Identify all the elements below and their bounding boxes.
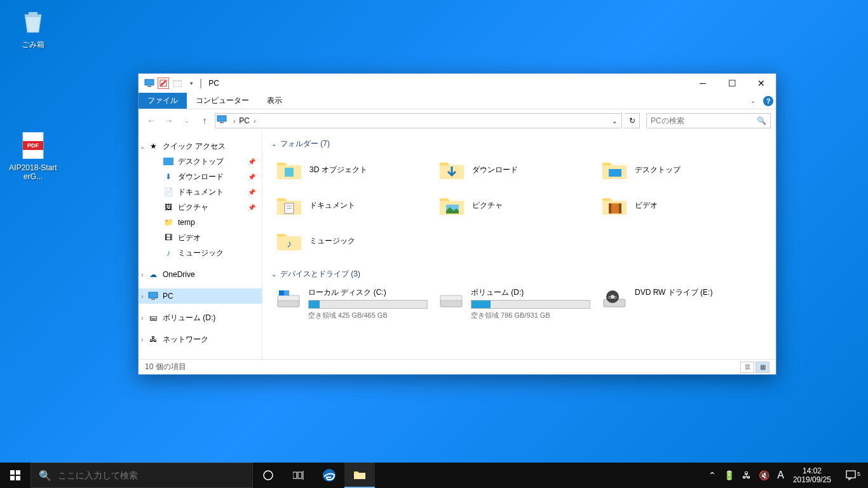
- maximize-button[interactable]: ☐: [717, 74, 747, 93]
- folder-documents[interactable]: ドキュメント: [271, 190, 430, 220]
- status-text: 10 個の項目: [145, 362, 186, 372]
- forward-button[interactable]: →: [161, 113, 177, 128]
- back-button[interactable]: ←: [144, 113, 159, 128]
- folder-downloads[interactable]: ダウンロード: [434, 154, 593, 185]
- folder-icon: [274, 157, 304, 182]
- drive-e[interactable]: DVD DVD RW ドライブ (E:): [597, 285, 756, 323]
- ribbon-expand-button[interactable]: ⌄: [745, 93, 761, 109]
- nav-videos[interactable]: 🎞ビデオ: [139, 230, 262, 245]
- breadcrumb-pc[interactable]: PC: [236, 116, 252, 125]
- folder-pictures[interactable]: ピクチャ: [434, 190, 593, 220]
- svg-rect-34: [16, 470, 20, 475]
- close-button[interactable]: ✕: [747, 74, 776, 93]
- svg-rect-5: [147, 86, 151, 87]
- start-button[interactable]: [0, 463, 31, 488]
- breadcrumb-arrow[interactable]: ›: [252, 118, 257, 125]
- folder-music[interactable]: ♪ミュージック: [271, 226, 430, 256]
- address-dropdown[interactable]: ⌄: [609, 118, 620, 125]
- svg-rect-36: [16, 476, 20, 480]
- nav-documents[interactable]: 📄ドキュメント📌: [139, 184, 262, 200]
- nav-onedrive[interactable]: ›☁OneDrive: [139, 267, 262, 282]
- nav-label: OneDrive: [163, 270, 195, 279]
- nav-temp[interactable]: 📁temp: [139, 215, 262, 230]
- group-label: フォルダー (7): [280, 139, 330, 149]
- view-icons-button[interactable]: ▦: [756, 362, 770, 373]
- tab-view[interactable]: 表示: [258, 93, 291, 109]
- desktop-icon: [163, 156, 174, 167]
- qat-dropdown-icon[interactable]: ▾: [186, 78, 197, 89]
- volume-icon[interactable]: 🔇: [755, 470, 773, 480]
- nav-downloads[interactable]: ⬇ダウンロード📌: [139, 169, 262, 184]
- taskbar: 🔍 ⌃ 🔋 🖧 🔇 A 14:02 2019/09/25 5: [0, 463, 868, 488]
- recent-locations-button[interactable]: ⌄: [179, 113, 194, 128]
- folder-videos[interactable]: ビデオ: [597, 190, 756, 220]
- qat-newfolder-icon[interactable]: [172, 78, 183, 89]
- folder-icon: [274, 193, 304, 218]
- drive-name: ローカル ディスク (C:): [308, 287, 428, 298]
- desktop-icon-recycle-bin[interactable]: ごみ箱: [9, 6, 57, 50]
- minimize-button[interactable]: ─: [688, 74, 717, 93]
- taskbar-search-input[interactable]: [58, 470, 245, 480]
- action-center-button[interactable]: 5: [836, 470, 865, 481]
- desktop-icon-label: AIP2018-StarterG...: [9, 163, 57, 181]
- folder-desktop[interactable]: デスクトップ: [597, 154, 756, 185]
- svg-rect-10: [163, 158, 173, 165]
- search-input[interactable]: [651, 116, 757, 125]
- tray-overflow-button[interactable]: ⌃: [705, 470, 720, 480]
- navigation-bar: ← → ⌄ ↑ › PC › ⌄ ↻ 🔍: [139, 109, 776, 132]
- cortana-button[interactable]: [253, 463, 283, 488]
- status-bar: 10 個の項目 ☰ ▦: [139, 359, 776, 374]
- nav-network[interactable]: ›🖧ネットワーク: [139, 332, 262, 347]
- svg-rect-24: [278, 295, 299, 301]
- desktop-icon-pdf[interactable]: PDF AIP2018-StarterG...: [9, 130, 57, 181]
- breadcrumb-root-arrow[interactable]: ›: [232, 118, 236, 125]
- nav-label: ドキュメント: [178, 187, 224, 198]
- up-button[interactable]: ↑: [197, 113, 212, 128]
- tab-file[interactable]: ファイル: [139, 93, 187, 109]
- task-view-button[interactable]: [283, 463, 314, 488]
- tab-computer[interactable]: コンピューター: [187, 93, 258, 109]
- group-folders[interactable]: ⌄フォルダー (7): [271, 139, 767, 149]
- nav-pc[interactable]: ›PC: [139, 288, 262, 304]
- folder-label: ドキュメント: [309, 200, 355, 211]
- nav-music[interactable]: ♪ミュージック: [139, 245, 262, 261]
- svg-rect-25: [279, 290, 284, 295]
- folder-icon: [437, 157, 467, 182]
- taskbar-search[interactable]: 🔍: [31, 463, 253, 488]
- refresh-button[interactable]: ↻: [625, 113, 640, 128]
- dvd-icon: DVD: [599, 287, 630, 313]
- battery-icon[interactable]: 🔋: [720, 470, 738, 480]
- ime-button[interactable]: A: [773, 470, 788, 481]
- nav-desktop[interactable]: デスクトップ📌: [139, 154, 262, 169]
- taskbar-clock[interactable]: 14:02 2019/09/25: [788, 466, 836, 485]
- nav-pictures[interactable]: 🖼ピクチャ📌: [139, 200, 262, 215]
- drive-free: 空き領域 786 GB/931 GB: [471, 311, 590, 320]
- drive-name: ボリューム (D:): [471, 287, 590, 298]
- taskbar-explorer[interactable]: [344, 463, 375, 488]
- titlebar[interactable]: ▾ | PC ─ ☐ ✕: [139, 74, 776, 93]
- folder-3d-objects[interactable]: 3D オブジェクト: [271, 154, 430, 185]
- group-drives[interactable]: ⌄デバイスとドライブ (3): [271, 269, 767, 280]
- svg-text:DVD: DVD: [609, 295, 617, 299]
- recycle-bin-icon: [18, 6, 48, 37]
- cloud-icon: ☁: [147, 269, 159, 280]
- nav-volume-d[interactable]: ›🖴ボリューム (D:): [139, 310, 262, 325]
- pc-icon: [217, 115, 228, 126]
- view-details-button[interactable]: ☰: [740, 362, 754, 373]
- group-label: デバイスとドライブ (3): [280, 269, 360, 280]
- pc-icon: [147, 290, 159, 302]
- folder-icon: [599, 193, 630, 218]
- help-button[interactable]: ?: [761, 93, 776, 109]
- folder-label: ミュージック: [309, 236, 355, 247]
- address-bar[interactable]: › PC › ⌄: [215, 113, 622, 128]
- network-icon[interactable]: 🖧: [738, 470, 755, 480]
- svg-rect-26: [284, 290, 289, 295]
- svg-point-37: [264, 471, 273, 480]
- qat-properties-icon[interactable]: [158, 78, 169, 89]
- search-box[interactable]: 🔍: [646, 113, 771, 128]
- nav-label: ネットワーク: [163, 334, 208, 345]
- nav-quick-access[interactable]: ⌄★クイック アクセス: [139, 139, 262, 154]
- drive-c[interactable]: ローカル ディスク (C:) 空き領域 425 GB/465 GB: [271, 285, 430, 323]
- taskbar-edge[interactable]: [314, 463, 344, 488]
- drive-d[interactable]: ボリューム (D:) 空き領域 786 GB/931 GB: [434, 285, 593, 323]
